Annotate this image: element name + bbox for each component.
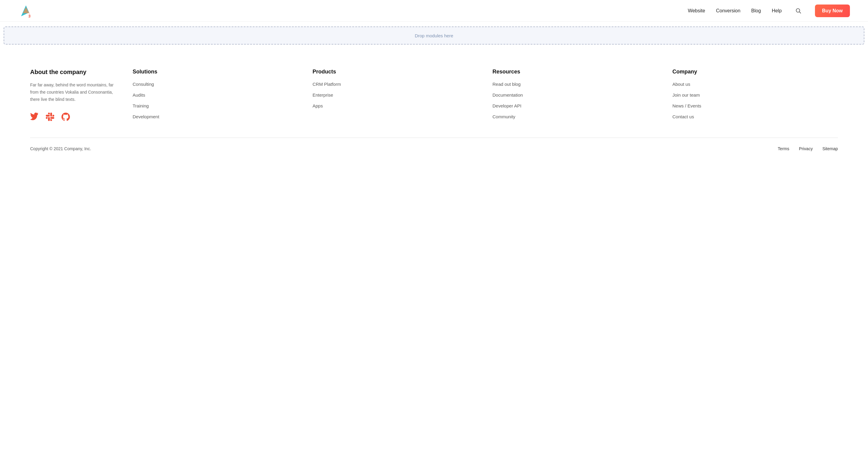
drop-zone[interactable]: Drop modules here bbox=[4, 27, 864, 44]
list-item: Consulting bbox=[133, 81, 298, 87]
solutions-list: Consulting Audits Training Development bbox=[133, 81, 298, 120]
header: 3 Website Conversion Blog Help Buy Now bbox=[0, 0, 868, 22]
list-item: Developer API bbox=[493, 103, 658, 109]
products-apps[interactable]: Apps bbox=[313, 103, 323, 108]
resources-blog[interactable]: Read out blog bbox=[493, 81, 521, 87]
nav-blog[interactable]: Blog bbox=[751, 8, 761, 13]
nav-website[interactable]: Website bbox=[688, 8, 705, 13]
products-list: CRM Platform Enterprise Apps bbox=[313, 81, 478, 109]
search-icon[interactable] bbox=[795, 7, 802, 14]
list-item: CRM Platform bbox=[313, 81, 478, 87]
solutions-heading: Solutions bbox=[133, 69, 298, 75]
resources-heading: Resources bbox=[493, 69, 658, 75]
list-item: Enterprise bbox=[313, 93, 478, 98]
about-body: Far far away, behind the word mountains,… bbox=[30, 81, 115, 103]
list-item: Read out blog bbox=[493, 81, 658, 87]
footer-content: About the company Far far away, behind t… bbox=[0, 49, 868, 138]
list-item: Contact us bbox=[673, 114, 838, 120]
svg-line-5 bbox=[799, 12, 801, 13]
legal-links: Terms Privacy Sitemap bbox=[778, 146, 838, 151]
list-item: About us bbox=[673, 81, 838, 87]
privacy-link[interactable]: Privacy bbox=[799, 146, 813, 151]
company-about[interactable]: About us bbox=[673, 81, 690, 87]
list-item: Apps bbox=[313, 103, 478, 109]
logo[interactable]: 3 bbox=[18, 3, 34, 19]
solutions-training[interactable]: Training bbox=[133, 103, 149, 108]
list-item: Documentation bbox=[493, 93, 658, 98]
nav-help[interactable]: Help bbox=[772, 8, 782, 13]
about-heading: About the company bbox=[30, 69, 115, 75]
company-contact[interactable]: Contact us bbox=[673, 114, 694, 119]
resources-api[interactable]: Developer API bbox=[493, 103, 521, 108]
svg-text:3: 3 bbox=[28, 14, 30, 19]
solutions-column: Solutions Consulting Audits Training Dev… bbox=[133, 69, 298, 123]
github-icon[interactable] bbox=[61, 112, 70, 123]
nav-conversion[interactable]: Conversion bbox=[716, 8, 741, 13]
company-join[interactable]: Join our team bbox=[673, 93, 700, 98]
products-crm[interactable]: CRM Platform bbox=[313, 81, 341, 87]
list-item: Join our team bbox=[673, 93, 838, 98]
terms-link[interactable]: Terms bbox=[778, 146, 789, 151]
solutions-development[interactable]: Development bbox=[133, 114, 159, 119]
drop-zone-label: Drop modules here bbox=[415, 33, 453, 38]
list-item: Community bbox=[493, 114, 658, 120]
social-icons bbox=[30, 112, 115, 123]
slack-icon[interactable] bbox=[46, 112, 54, 123]
solutions-audits[interactable]: Audits bbox=[133, 93, 145, 98]
list-item: Audits bbox=[133, 93, 298, 98]
products-enterprise[interactable]: Enterprise bbox=[313, 93, 333, 98]
footer-bottom: Copyright © 2021 Company, Inc. Terms Pri… bbox=[0, 138, 868, 160]
about-column: About the company Far far away, behind t… bbox=[30, 69, 115, 123]
list-item: Development bbox=[133, 114, 298, 120]
sitemap-link[interactable]: Sitemap bbox=[823, 146, 838, 151]
svg-point-4 bbox=[796, 8, 800, 12]
products-heading: Products bbox=[313, 69, 478, 75]
resources-column: Resources Read out blog Documentation De… bbox=[493, 69, 658, 123]
resources-docs[interactable]: Documentation bbox=[493, 93, 523, 98]
company-heading: Company bbox=[673, 69, 838, 75]
copyright: Copyright © 2021 Company, Inc. bbox=[30, 146, 91, 151]
buy-now-button[interactable]: Buy Now bbox=[815, 4, 850, 17]
company-list: About us Join our team News / Events Con… bbox=[673, 81, 838, 120]
list-item: Training bbox=[133, 103, 298, 109]
nav-links: Website Conversion Blog Help Buy Now bbox=[688, 4, 850, 17]
twitter-icon[interactable] bbox=[30, 112, 38, 123]
list-item: News / Events bbox=[673, 103, 838, 109]
solutions-consulting[interactable]: Consulting bbox=[133, 81, 154, 87]
resources-list: Read out blog Documentation Developer AP… bbox=[493, 81, 658, 120]
products-column: Products CRM Platform Enterprise Apps bbox=[313, 69, 478, 123]
company-column: Company About us Join our team News / Ev… bbox=[673, 69, 838, 123]
resources-community[interactable]: Community bbox=[493, 114, 516, 119]
company-news[interactable]: News / Events bbox=[673, 103, 701, 108]
footer-link-columns: Solutions Consulting Audits Training Dev… bbox=[133, 69, 838, 123]
